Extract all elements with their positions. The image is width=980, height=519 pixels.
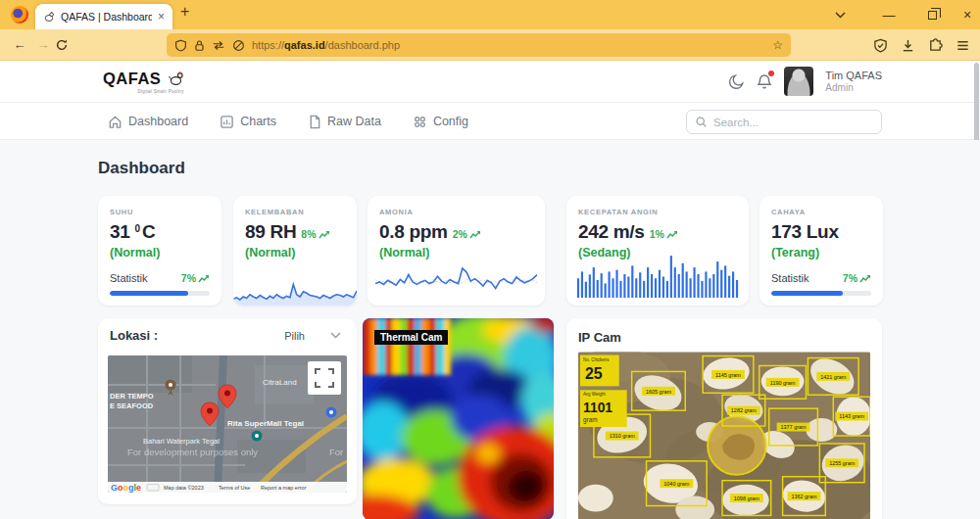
dashboard-content: Dashboard SUHU 310C (Normal) Statistik 7… (0, 140, 980, 519)
shield-permissions-icon[interactable] (174, 39, 187, 52)
nav-item-config[interactable]: Config (413, 115, 468, 129)
svg-text:1362 gram: 1362 gram (791, 494, 817, 499)
stat-label: KECEPATAN ANGIN (578, 208, 737, 216)
browser-tab[interactable]: QAFAS | Dashboard × (35, 4, 172, 29)
user-name: Tim QAFAS (825, 70, 882, 81)
ipcam-feed: 1605 gram1310 gram1040 gram1145 gram1282… (578, 352, 870, 519)
stat-value: 242 m/s (578, 221, 645, 243)
nav-item-raw-data[interactable]: Raw Data (308, 115, 381, 129)
bookmark-star-icon[interactable]: ☆ (772, 38, 783, 52)
map-data-text: Map data ©2023 (164, 485, 204, 491)
nav-label: Raw Data (327, 115, 381, 128)
statistik-label: Statistik (771, 272, 809, 284)
extensions-button[interactable] (928, 38, 943, 53)
nav-label: Charts (240, 115, 276, 128)
url-bar[interactable]: https://qafas.id/dashboard.php ☆ (167, 33, 791, 57)
user-avatar[interactable] (784, 67, 813, 96)
notifications-bell-button[interactable] (757, 73, 772, 90)
tab-favicon-chicken-icon (43, 11, 55, 23)
keyboard-shortcuts-icon[interactable] (147, 485, 159, 492)
stat-card-suhu: SUHU 310C (Normal) Statistik 7% (98, 196, 221, 306)
nav-label: Dashboard (128, 115, 188, 128)
lokasi-select[interactable]: Pilih (284, 330, 343, 342)
chevron-down-icon (835, 12, 846, 19)
poi-circle-teal-icon[interactable] (252, 431, 263, 442)
stat-label: CAHAYA (771, 208, 871, 216)
svg-text:1282 gram: 1282 gram (731, 407, 758, 413)
poi-pin-blue-icon[interactable] (326, 407, 337, 418)
site-header: QAFAS Digital Smart Poultry (0, 61, 980, 103)
stat-card-amonia: AMONIA 0.8 ppm 2% (Normal) (368, 196, 545, 306)
home-icon (108, 115, 122, 129)
stat-value: 0.8 ppm (379, 221, 448, 243)
new-tab-button[interactable]: + (180, 3, 189, 21)
lock-icon[interactable] (194, 39, 205, 52)
thermal-image (363, 318, 554, 519)
qafas-logo[interactable]: QAFAS Digital Smart Poultry (103, 70, 184, 94)
report-map-error-link[interactable]: Report a map error (261, 485, 307, 491)
tab-close-button[interactable]: × (158, 10, 165, 24)
stat-value: 31 (110, 221, 130, 243)
ipcam-title: IP Cam (578, 330, 870, 345)
svg-text:1605 gram: 1605 gram (646, 389, 672, 395)
trend-up-icon (469, 230, 481, 239)
map-watermark: For development purposes only (127, 447, 258, 457)
close-window-button[interactable]: × (956, 7, 978, 23)
map-label-citraland: CitraLand (263, 378, 297, 387)
svg-text:1143 gram: 1143 gram (839, 413, 864, 419)
site-nav: Dashboard Charts Raw Data (0, 103, 980, 140)
reload-button[interactable] (55, 38, 78, 52)
lokasi-title: Lokasi : (110, 328, 158, 343)
svg-text:Avg Weight: Avg Weight (583, 392, 606, 397)
svg-text:25: 25 (585, 365, 603, 382)
svg-text:gram: gram (583, 416, 598, 424)
search-box (686, 110, 882, 134)
svg-text:1190 gram: 1190 gram (770, 380, 796, 386)
terms-of-use-link[interactable]: Terms of Use (219, 485, 250, 491)
svg-text:1421 gram: 1421 gram (820, 374, 847, 380)
stat-status: (Terang) (771, 246, 871, 260)
chevron-down-icon (330, 332, 341, 339)
url-text: https://qafas.id/dashboard.php (252, 39, 765, 51)
google-logo[interactable]: Google (111, 483, 141, 493)
stat-status: (Normal) (110, 246, 210, 260)
restore-icon (928, 11, 937, 20)
back-button[interactable]: ← (8, 37, 31, 52)
google-map[interactable]: DER TEMPO E SEAFOOD CitraLand Rita Super… (108, 355, 347, 493)
lokasi-select-value: Pilih (284, 330, 305, 342)
minimize-button[interactable]: — (878, 7, 900, 23)
protections-shield-button[interactable] (873, 38, 888, 53)
stat-card-kecepatan-angin: KECEPATAN ANGIN 242 m/s 1% (Sedang) (566, 196, 749, 306)
nav-item-dashboard[interactable]: Dashboard (108, 115, 188, 129)
file-icon (308, 115, 321, 129)
dark-mode-moon-button[interactable] (728, 73, 745, 90)
search-input[interactable] (713, 117, 860, 128)
firefox-logo-icon (11, 6, 28, 24)
menu-button[interactable] (956, 38, 970, 53)
progress-bar (771, 291, 871, 296)
humidity-sparkline (233, 266, 357, 306)
nav-label: Config (433, 115, 468, 128)
user-role: Admin (825, 82, 882, 93)
tracking-blocked-icon[interactable] (232, 39, 245, 52)
url-path: /dashboard.php (325, 39, 400, 51)
exchange-arrows-icon[interactable] (212, 40, 225, 51)
nav-item-charts[interactable]: Charts (220, 115, 276, 129)
svg-text:1101: 1101 (583, 400, 612, 415)
map-label-seafood: E SEAFOOD (110, 401, 154, 410)
svg-text:No. Chickens: No. Chickens (583, 357, 610, 362)
map-fullscreen-button[interactable] (308, 361, 341, 395)
stat-percent: 7% (843, 272, 858, 284)
svg-text:1377 gram: 1377 gram (780, 424, 807, 430)
map-watermark-right: For (329, 447, 343, 457)
search-icon (695, 116, 708, 128)
forward-button[interactable]: → (31, 37, 55, 52)
stat-percent: 7% (181, 272, 196, 284)
trend-up-icon (318, 230, 330, 239)
downloads-button[interactable] (901, 38, 915, 53)
thermal-cam-feed: Thermal Cam (363, 318, 554, 519)
restore-window-button[interactable] (921, 7, 943, 23)
map-label-bahari: Bahari Waterpark Tegal (143, 437, 220, 446)
list-tabs-chevron-button[interactable] (829, 7, 851, 23)
stat-label: AMONIA (379, 208, 533, 216)
